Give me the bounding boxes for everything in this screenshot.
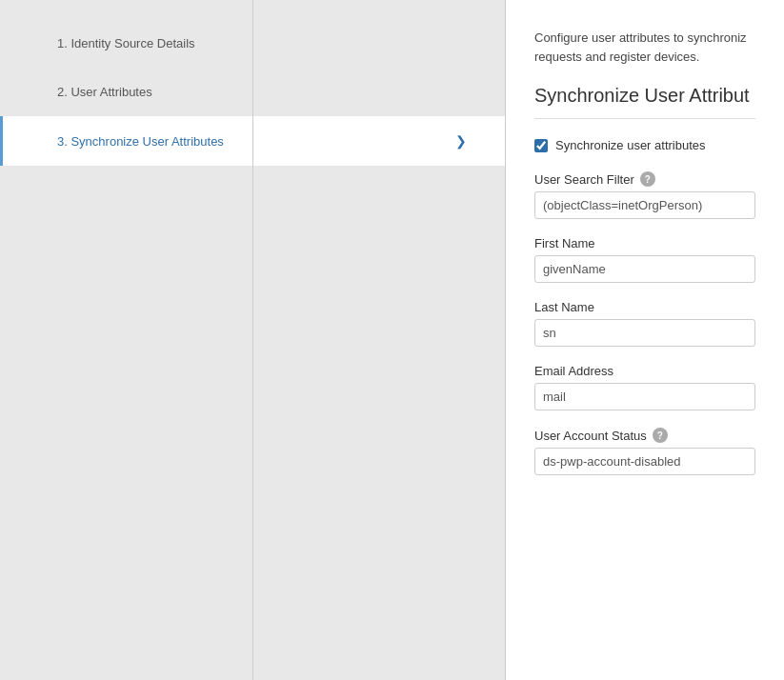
field-label-row-user-search-filter: User Search Filter ? <box>534 171 755 187</box>
first-name-input[interactable] <box>534 255 755 283</box>
field-group-email-address: Email Address <box>534 364 755 410</box>
field-label-row-first-name: First Name <box>534 236 755 250</box>
user-account-status-label: User Account Status <box>534 429 647 443</box>
sync-checkbox-label: Synchronize user attributes <box>555 138 706 152</box>
sync-checkbox-row: Synchronize user attributes <box>534 138 755 152</box>
field-label-row-email-address: Email Address <box>534 364 755 378</box>
first-name-label: First Name <box>534 236 595 250</box>
step-2-label: 2. User Attributes <box>57 85 152 99</box>
intro-text: Configure user attributes to synchroniz … <box>534 29 755 66</box>
left-panel: 1. Identity Source Details 2. User Attri… <box>0 0 505 680</box>
divider <box>252 0 253 680</box>
section-title: Synchronize User Attribut <box>534 85 755 119</box>
user-search-filter-input[interactable] <box>534 191 755 219</box>
email-address-label: Email Address <box>534 364 613 378</box>
field-group-user-search-filter: User Search Filter ? <box>534 171 755 219</box>
user-account-status-help-icon[interactable]: ? <box>653 428 668 443</box>
user-search-filter-help-icon[interactable]: ? <box>640 171 655 187</box>
email-address-input[interactable] <box>534 383 755 410</box>
field-group-first-name: First Name <box>534 236 755 283</box>
field-group-user-account-status: User Account Status ? <box>534 428 755 475</box>
sync-checkbox[interactable] <box>534 139 548 152</box>
user-search-filter-label: User Search Filter <box>534 172 634 187</box>
last-name-input[interactable] <box>534 319 755 347</box>
field-group-last-name: Last Name <box>534 300 755 347</box>
last-name-label: Last Name <box>534 300 594 314</box>
right-panel: Configure user attributes to synchroniz … <box>505 0 784 680</box>
step-3-label: 3. Synchronize User Attributes <box>57 134 224 149</box>
step-1-label: 1. Identity Source Details <box>57 36 195 50</box>
user-account-status-input[interactable] <box>534 448 755 475</box>
field-label-row-user-account-status: User Account Status ? <box>534 428 755 443</box>
chevron-right-icon: ❯ <box>455 133 467 149</box>
field-label-row-last-name: Last Name <box>534 300 755 314</box>
